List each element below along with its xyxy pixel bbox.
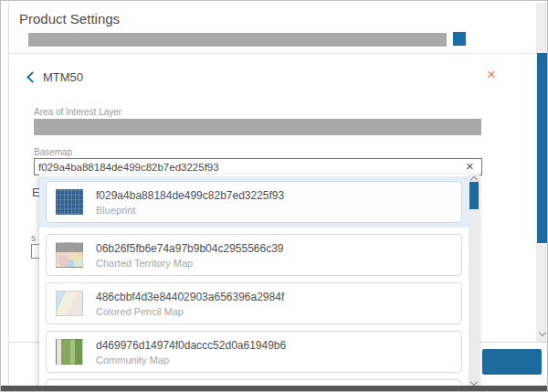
- back-button[interactable]: MTM50: [28, 69, 83, 84]
- page-title: Product Settings: [19, 11, 120, 26]
- basemap-option-card[interactable]: 486cbbf4d3e84402903a656396a2984fColored …: [46, 282, 462, 324]
- redacted-field-bar: [28, 33, 447, 47]
- chevron-left-icon: [26, 71, 38, 83]
- bottom-window-edge: [1, 386, 548, 392]
- basemap-option-id: d469976d14974f0daccc52d0a61949b6: [96, 339, 286, 352]
- window-scrollbar[interactable]: [536, 3, 548, 342]
- basemap-option-card[interactable]: f029a4ba88184de499c82b7ed3225f93Blueprin…: [46, 181, 462, 223]
- basemap-option-name: Colored Pencil Map: [96, 306, 284, 317]
- basemap-label: Basemap: [34, 147, 72, 157]
- basemap-option[interactable]: d469976d14974f0daccc52d0a61949b6Communit…: [46, 331, 462, 373]
- colored-pencil-thumbnail: [56, 291, 83, 316]
- blue-marker-square: [453, 32, 466, 46]
- obscured-label-fragment: s: [31, 233, 36, 243]
- aoi-layer-input-redacted[interactable]: [34, 119, 481, 135]
- basemap-input[interactable]: [34, 158, 482, 175]
- primary-action-button[interactable]: [482, 349, 542, 375]
- header-divider: [9, 53, 536, 54]
- chevron-down-icon[interactable]: [539, 329, 546, 336]
- basemap-option-name: Community Map: [96, 355, 286, 366]
- basemap-option[interactable]: f029a4ba88184de499c82b7ed3225f93Blueprin…: [39, 176, 469, 228]
- charted-territory-thumbnail: [56, 242, 83, 268]
- dropdown-scrollbar[interactable]: [469, 175, 480, 392]
- clear-input-icon[interactable]: ×: [466, 158, 474, 175]
- chevron-down-icon[interactable]: [470, 378, 478, 386]
- community-thumbnail: [56, 339, 83, 365]
- blueprint-thumbnail: [56, 189, 83, 215]
- close-button[interactable]: ×: [487, 67, 496, 82]
- basemap-option-card[interactable]: d469976d14974f0daccc52d0a61949b6Communit…: [46, 331, 462, 373]
- back-label: MTM50: [43, 70, 83, 84]
- basemap-dropdown-list: f029a4ba88184de499c82b7ed3225f93Blueprin…: [39, 175, 469, 373]
- basemap-option-id: 486cbbf4d3e84402903a656396a2984f: [96, 291, 284, 303]
- basemap-option-id: 06b26f5fb6e74a97b9b04c2955566c39: [96, 242, 284, 255]
- basemap-option-id: f029a4ba88184de499c82b7ed3225f93: [96, 189, 284, 202]
- window-scrollbar-thumb[interactable]: [537, 53, 547, 243]
- basemap-dropdown: f029a4ba88184de499c82b7ed3225f93Blueprin…: [39, 175, 480, 392]
- product-settings-window: Product Settings MTM50 × Area of Interes…: [0, 0, 548, 392]
- basemap-option-name: Charted Territory Map: [96, 258, 284, 269]
- basemap-option-name: Blueprint: [96, 205, 284, 216]
- basemap-option[interactable]: 486cbbf4d3e84402903a656396a2984fColored …: [46, 282, 462, 324]
- panel-left-border: [8, 1, 9, 386]
- aoi-layer-label: Area of Interest Layer: [34, 107, 121, 117]
- dropdown-scrollbar-thumb[interactable]: [469, 182, 479, 209]
- basemap-option[interactable]: 06b26f5fb6e74a97b9b04c2955566c39Charted …: [46, 234, 462, 276]
- basemap-option-card[interactable]: 06b26f5fb6e74a97b9b04c2955566c39Charted …: [46, 234, 462, 276]
